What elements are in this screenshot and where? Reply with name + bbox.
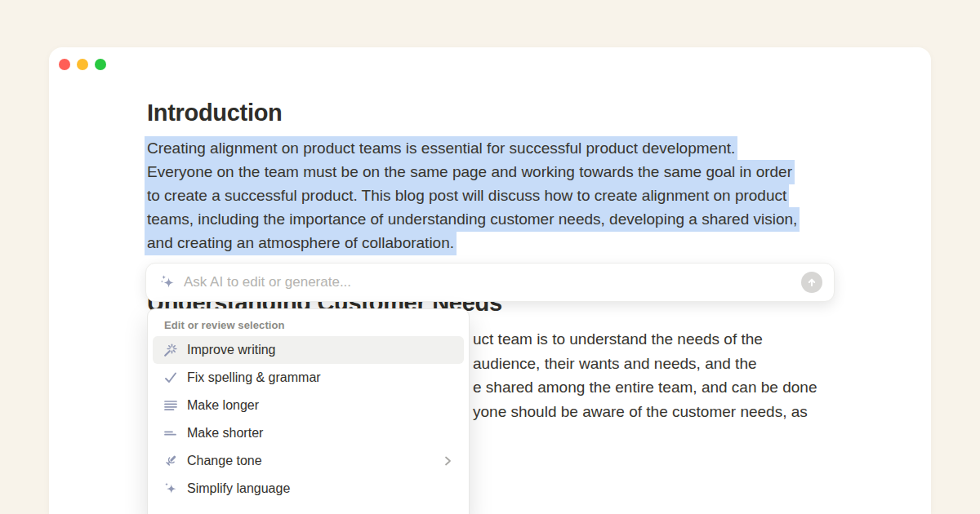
menu-item-simplify-language[interactable]: Simplify language xyxy=(153,475,464,503)
menu-item-label: Fix spelling & grammar xyxy=(187,370,454,385)
ai-sparkle-icon xyxy=(159,273,177,291)
ai-action-menu: Edit or review selection Improve writing… xyxy=(147,308,470,514)
lines-four-icon xyxy=(163,397,179,414)
menu-item-label: Improve writing xyxy=(187,343,454,357)
background-paragraph[interactable]: uct team is to understand the needs of t… xyxy=(473,327,817,423)
traffic-lights xyxy=(59,59,106,70)
sparkle-icon xyxy=(163,481,179,497)
menu-item-label: Make shorter xyxy=(187,426,454,441)
menu-section-header: Edit or review selection xyxy=(164,319,464,331)
close-button[interactable] xyxy=(59,59,70,70)
chevron-right-icon xyxy=(441,454,454,467)
page-title[interactable]: Introduction xyxy=(147,100,283,126)
improve-writing-icon xyxy=(163,342,179,358)
background-line: yone should be aware of the customer nee… xyxy=(473,400,817,424)
submit-button[interactable] xyxy=(801,272,822,293)
background-line: uct team is to understand the needs of t… xyxy=(473,327,817,352)
selection-line: Everyone on the team must be on the same… xyxy=(145,160,800,184)
lines-two-icon xyxy=(163,425,179,441)
minimize-button[interactable] xyxy=(77,59,88,70)
menu-item-label: Make longer xyxy=(187,398,454,413)
menu-item-label: Change tone xyxy=(187,454,441,468)
menu-item-fix-spelling-grammar[interactable]: Fix spelling & grammar xyxy=(153,364,464,392)
background-line: e shared among the entire team, and can … xyxy=(473,375,817,400)
selected-paragraph[interactable]: Creating alignment on product teams is e… xyxy=(145,136,800,255)
ai-prompt-input[interactable] xyxy=(184,274,801,290)
zoom-button[interactable] xyxy=(95,59,106,70)
menu-item-make-longer[interactable]: Make longer xyxy=(153,392,464,419)
selection-line: to create a successful product. This blo… xyxy=(145,184,800,207)
menu-item-make-shorter[interactable]: Make shorter xyxy=(153,419,464,447)
arrow-up-icon xyxy=(805,276,818,289)
menu-item-label: Simplify language xyxy=(187,481,454,496)
microphone-icon xyxy=(163,453,179,469)
selection-line: and creating an atmosphere of collaborat… xyxy=(145,231,800,255)
ai-input-bar[interactable] xyxy=(145,263,835,302)
selection-line: Creating alignment on product teams is e… xyxy=(145,136,800,160)
selection-line: teams, including the importance of under… xyxy=(145,207,800,231)
menu-item-change-tone[interactable]: Change tone xyxy=(153,447,464,475)
menu-item-improve-writing[interactable]: Improve writing xyxy=(153,336,464,364)
background-line: audience, their wants and needs, and the xyxy=(473,352,817,376)
check-icon xyxy=(163,370,179,386)
